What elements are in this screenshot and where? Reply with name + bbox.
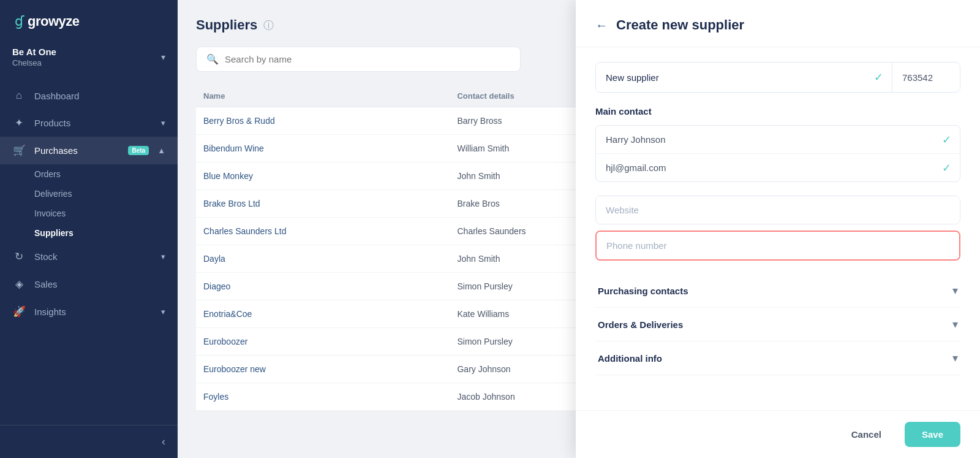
back-button[interactable]: ← bbox=[595, 18, 608, 32]
contact-fields: ✓ ✓ bbox=[595, 125, 960, 182]
products-icon: ✦ bbox=[12, 116, 26, 129]
supplier-name-cell: Blue Monkey bbox=[196, 162, 450, 190]
subnav-orders[interactable]: Orders bbox=[34, 164, 178, 184]
search-bar: 🔍 bbox=[196, 47, 521, 72]
venue-name: Be At One bbox=[12, 47, 56, 57]
supplier-code-input[interactable] bbox=[892, 64, 960, 91]
supplier-name-input[interactable] bbox=[596, 64, 865, 91]
subnav-deliveries[interactable]: Deliveries bbox=[34, 184, 178, 204]
accordion-item[interactable]: Orders & Deliveries ▾ bbox=[595, 308, 960, 342]
chevron-down-icon: ▾ bbox=[161, 118, 165, 128]
supplier-name-cell: Enotria&Coe bbox=[196, 300, 450, 328]
sidebar-item-label: Insights bbox=[34, 307, 153, 317]
panel-header: ← Create new supplier bbox=[576, 0, 980, 47]
supplier-name-row: ✓ bbox=[595, 62, 960, 93]
supplier-name-check-icon: ✓ bbox=[865, 71, 892, 84]
sidebar-item-label: Dashboard bbox=[34, 91, 165, 101]
page-title: Suppliers bbox=[196, 17, 257, 33]
website-input[interactable] bbox=[596, 196, 960, 224]
cancel-button[interactable]: Cancel bbox=[837, 422, 896, 447]
chevron-down-icon: ▾ bbox=[161, 307, 165, 316]
sidebar-item-label: Stock bbox=[34, 251, 153, 262]
save-button[interactable]: Save bbox=[905, 422, 960, 447]
venue-sub: Chelsea bbox=[12, 58, 56, 67]
venue-chevron-icon: ▾ bbox=[161, 52, 165, 62]
subnav-suppliers[interactable]: Suppliers bbox=[34, 223, 178, 243]
panel-title: Create new supplier bbox=[616, 17, 744, 33]
dashboard-icon: ⌂ bbox=[12, 90, 26, 102]
main-nav: ⌂ Dashboard ✦ Products ▾ 🛒 Purchases Bet… bbox=[0, 78, 178, 425]
beta-badge: Beta bbox=[128, 146, 149, 155]
contact-email-check-icon: ✓ bbox=[933, 161, 960, 175]
purchases-icon: 🛒 bbox=[12, 144, 26, 157]
sidebar-item-insights[interactable]: 🚀 Insights ▾ bbox=[0, 298, 178, 326]
sidebar-item-label: Purchases bbox=[34, 145, 117, 156]
contact-name-check-icon: ✓ bbox=[933, 133, 960, 147]
sidebar-item-products[interactable]: ✦ Products ▾ bbox=[0, 109, 178, 137]
chevron-down-icon: ▾ bbox=[952, 351, 958, 365]
logo-icon: ɠ bbox=[15, 13, 24, 29]
accordion-label: Additional info bbox=[598, 353, 662, 364]
main-content: Suppliers ⓘ 🔍 Name Contact details Email… bbox=[178, 0, 980, 458]
supplier-name-cell: Euroboozer new bbox=[196, 356, 450, 383]
chevron-down-icon: ▾ bbox=[952, 318, 958, 331]
logo-text: growyze bbox=[28, 13, 80, 29]
info-icon[interactable]: ⓘ bbox=[263, 18, 274, 32]
accordion-label: Orders & Deliveries bbox=[598, 319, 683, 330]
panel-footer: Cancel Save bbox=[576, 410, 980, 458]
sidebar-footer: ‹ bbox=[0, 425, 178, 458]
sidebar-item-dashboard[interactable]: ⌂ Dashboard bbox=[0, 82, 178, 109]
chevron-down-icon: ▾ bbox=[161, 252, 165, 261]
accordions-container: Purchasing contacts ▾Orders & Deliveries… bbox=[595, 274, 960, 375]
main-contact-label: Main contact bbox=[595, 106, 960, 116]
search-input[interactable] bbox=[225, 54, 510, 64]
contact-email-input[interactable] bbox=[596, 154, 933, 181]
search-icon: 🔍 bbox=[206, 53, 219, 65]
contact-name-field: ✓ bbox=[596, 126, 960, 154]
chevron-up-icon: ▲ bbox=[157, 146, 165, 155]
chevron-down-icon: ▾ bbox=[952, 284, 958, 297]
website-field-wrap bbox=[595, 196, 960, 224]
sidebar-item-purchases[interactable]: 🛒 Purchases Beta ▲ bbox=[0, 137, 178, 164]
insights-icon: 🚀 bbox=[12, 305, 26, 318]
venue-selector[interactable]: Be At One Chelsea ▾ bbox=[0, 40, 178, 78]
supplier-name-cell: Dayla bbox=[196, 245, 450, 273]
supplier-name-cell: Berry Bros & Rudd bbox=[196, 107, 450, 135]
sidebar: ɠ growyze Be At One Chelsea ▾ ⌂ Dashboar… bbox=[0, 0, 178, 458]
accordion-label: Purchasing contacts bbox=[598, 286, 688, 296]
supplier-name-cell: Charles Saunders Ltd bbox=[196, 218, 450, 245]
sidebar-item-sales[interactable]: ◈ Sales bbox=[0, 270, 178, 298]
phone-field-wrap bbox=[595, 231, 960, 261]
logo: ɠ growyze bbox=[0, 0, 178, 40]
sidebar-item-label: Sales bbox=[34, 279, 165, 289]
subnav-invoices[interactable]: Invoices bbox=[34, 204, 178, 223]
contact-name-input[interactable] bbox=[596, 126, 933, 153]
sidebar-item-label: Products bbox=[34, 118, 153, 128]
supplier-name-cell: Bibendum Wine bbox=[196, 135, 450, 162]
supplier-name-cell: Foyles bbox=[196, 383, 450, 411]
contact-email-field: ✓ bbox=[596, 154, 960, 181]
purchases-subnav: Orders Deliveries Invoices Suppliers bbox=[0, 164, 178, 243]
panel-body: ✓ Main contact ✓ ✓ bbox=[576, 47, 980, 410]
phone-number-input[interactable] bbox=[597, 232, 959, 259]
stock-icon: ↻ bbox=[12, 250, 26, 263]
collapse-sidebar-button[interactable]: ‹ bbox=[162, 435, 165, 448]
supplier-name-cell: Brake Bros Ltd bbox=[196, 190, 450, 218]
supplier-name-cell: Euroboozer bbox=[196, 328, 450, 356]
supplier-name-cell: Diageo bbox=[196, 273, 450, 300]
sidebar-item-stock[interactable]: ↻ Stock ▾ bbox=[0, 243, 178, 270]
accordion-item[interactable]: Additional info ▾ bbox=[595, 342, 960, 375]
col-name: Name bbox=[196, 85, 450, 107]
accordion-item[interactable]: Purchasing contacts ▾ bbox=[595, 274, 960, 308]
create-supplier-panel: ← Create new supplier ✓ Main contact ✓ bbox=[576, 0, 980, 458]
sales-icon: ◈ bbox=[12, 278, 26, 291]
